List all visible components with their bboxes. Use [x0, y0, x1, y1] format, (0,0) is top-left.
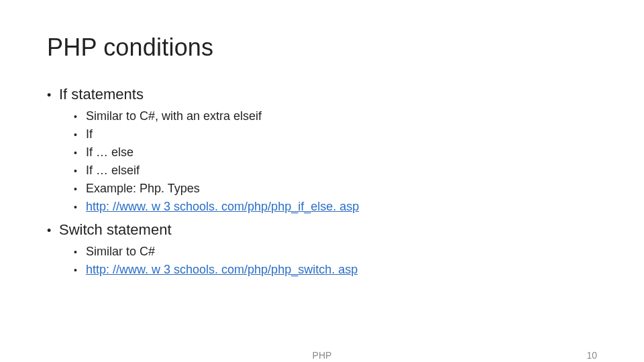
bullet-icon: •	[74, 130, 86, 139]
sub-list: • Similar to C#, with an extra elseif • …	[47, 107, 597, 216]
item-text: Similar to C#, with an extra elseif	[86, 107, 262, 125]
list-item: • Switch statement • Similar to C# • htt…	[47, 221, 597, 279]
bullet-icon: •	[47, 89, 59, 101]
bullet-icon: •	[74, 265, 86, 275]
list-item: • Similar to C#, with an extra elseif	[74, 107, 597, 125]
bullet-icon: •	[47, 225, 59, 237]
bullet-icon: •	[74, 148, 86, 158]
list-item: • Example: Php. Types	[74, 180, 597, 198]
item-text: Example: Php. Types	[86, 180, 200, 198]
hyperlink[interactable]: http: //www. w 3 schools. com/php/php_if…	[86, 198, 359, 216]
bullet-icon: •	[74, 184, 86, 194]
page-number: 10	[586, 350, 597, 361]
list-item: • If statements • Similar to C#, with an…	[47, 86, 597, 216]
section-label: If statements	[59, 86, 144, 103]
bullet-icon: •	[74, 166, 86, 176]
list-item: • If	[74, 125, 597, 143]
bullet-icon: •	[74, 202, 86, 212]
list-item: • If … else	[74, 143, 597, 162]
list-item: • If … elseif	[74, 162, 597, 180]
hyperlink[interactable]: http: //www. w 3 schools. com/php/php_sw…	[86, 261, 358, 279]
item-text: If	[86, 125, 93, 143]
list-item: • Similar to C#	[74, 243, 597, 261]
item-text: Similar to C#	[86, 243, 155, 261]
bullet-icon: •	[74, 112, 86, 121]
sub-list: • Similar to C# • http: //www. w 3 schoo…	[47, 243, 597, 279]
bullet-icon: •	[74, 247, 86, 257]
list-item: • http: //www. w 3 schools. com/php/php_…	[74, 198, 597, 216]
item-text: If … elseif	[86, 162, 140, 180]
list-item: • http: //www. w 3 schools. com/php/php_…	[74, 261, 597, 279]
slide-title: PHP conditions	[47, 34, 597, 62]
section-label: Switch statement	[59, 221, 172, 239]
item-text: If … else	[86, 143, 133, 162]
top-level-list: • If statements • Similar to C#, with an…	[47, 86, 597, 279]
footer-label: PHP	[313, 350, 332, 361]
